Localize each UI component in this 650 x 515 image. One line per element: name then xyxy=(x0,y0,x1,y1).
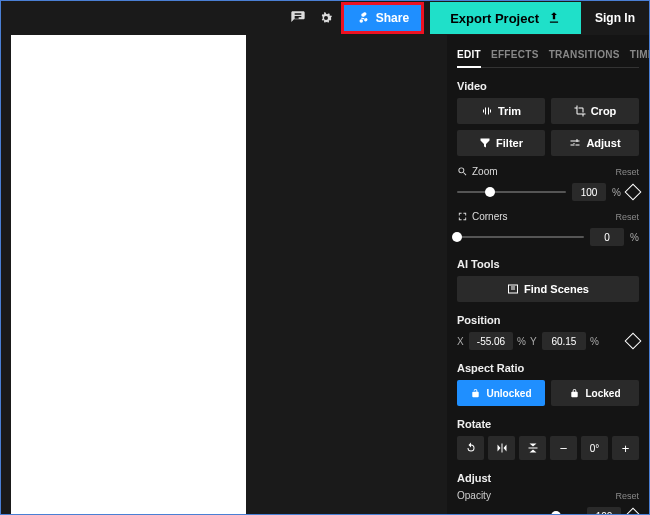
tab-timing[interactable]: TIMING xyxy=(630,45,649,67)
find-scenes-icon xyxy=(507,283,519,295)
share-label: Share xyxy=(376,11,409,25)
corners-slider[interactable] xyxy=(457,236,584,238)
aspect-heading: Aspect Ratio xyxy=(457,362,639,374)
trim-icon xyxy=(481,105,493,117)
share-button[interactable]: Share xyxy=(344,5,421,31)
crop-button[interactable]: Crop xyxy=(551,98,639,124)
comment-icon[interactable] xyxy=(289,9,307,27)
export-label: Export Project xyxy=(450,11,539,26)
export-button[interactable]: Export Project xyxy=(430,2,581,34)
crop-icon xyxy=(574,105,586,117)
zoom-value[interactable]: 100 xyxy=(572,183,606,201)
locked-icon xyxy=(569,388,580,399)
filter-icon xyxy=(479,137,491,149)
corners-label: Corners xyxy=(457,211,508,222)
corners-slider-thumb[interactable] xyxy=(452,232,462,242)
top-bar: Share Export Project Sign In xyxy=(1,1,649,35)
rotate-minus-button[interactable]: − xyxy=(550,436,577,460)
panel-tabs: EDIT EFFECTS TRANSITIONS TIMING xyxy=(457,45,639,68)
adjust-icon xyxy=(569,137,581,149)
find-scenes-button[interactable]: Find Scenes xyxy=(457,276,639,302)
opacity-keyframe[interactable] xyxy=(625,508,642,514)
corners-value[interactable]: 0 xyxy=(590,228,624,246)
pos-y-label: Y xyxy=(530,336,538,347)
flip-horizontal-button[interactable] xyxy=(488,436,515,460)
zoom-icon xyxy=(457,166,468,177)
filter-button[interactable]: Filter xyxy=(457,130,545,156)
flip-h-icon xyxy=(496,442,508,454)
share-icon xyxy=(356,11,370,25)
canvas[interactable] xyxy=(11,35,246,514)
tab-edit[interactable]: EDIT xyxy=(457,45,481,68)
tab-transitions[interactable]: TRANSITIONS xyxy=(549,45,620,67)
canvas-area xyxy=(1,35,447,514)
opacity-slider-thumb[interactable] xyxy=(551,511,561,514)
zoom-label: Zoom xyxy=(457,166,498,177)
corners-unit: % xyxy=(630,232,639,243)
trim-button[interactable]: Trim xyxy=(457,98,545,124)
zoom-keyframe[interactable] xyxy=(625,184,642,201)
corners-reset[interactable]: Reset xyxy=(615,212,639,222)
pos-x-label: X xyxy=(457,336,465,347)
position-keyframe[interactable] xyxy=(625,333,642,350)
opacity-label: Opacity xyxy=(457,490,491,501)
tab-effects[interactable]: EFFECTS xyxy=(491,45,539,67)
share-highlight: Share xyxy=(341,2,424,34)
ai-heading: AI Tools xyxy=(457,258,639,270)
zoom-slider[interactable] xyxy=(457,191,566,193)
settings-icon[interactable] xyxy=(317,9,335,27)
corners-icon xyxy=(457,211,468,222)
unlocked-icon xyxy=(470,388,481,399)
adjust-heading: Adjust xyxy=(457,472,639,484)
aspect-unlocked-button[interactable]: Unlocked xyxy=(457,380,545,406)
video-heading: Video xyxy=(457,80,639,92)
export-icon xyxy=(547,11,561,25)
rotate-ccw-icon xyxy=(465,442,477,454)
opacity-value[interactable]: 100 xyxy=(587,507,621,514)
zoom-reset[interactable]: Reset xyxy=(615,167,639,177)
sign-in-link[interactable]: Sign In xyxy=(581,11,649,25)
rotate-ccw-button[interactable] xyxy=(457,436,484,460)
pos-x-value[interactable]: -55.06 xyxy=(469,332,513,350)
rotate-plus-button[interactable]: + xyxy=(612,436,639,460)
rotate-heading: Rotate xyxy=(457,418,639,430)
zoom-unit: % xyxy=(612,187,621,198)
aspect-locked-button[interactable]: Locked xyxy=(551,380,639,406)
rotate-value[interactable]: 0° xyxy=(581,436,608,460)
side-panel: EDIT EFFECTS TRANSITIONS TIMING Video Tr… xyxy=(447,35,649,514)
flip-vertical-button[interactable] xyxy=(519,436,546,460)
adjust-button[interactable]: Adjust xyxy=(551,130,639,156)
position-heading: Position xyxy=(457,314,639,326)
pos-y-value[interactable]: 60.15 xyxy=(542,332,586,350)
zoom-slider-thumb[interactable] xyxy=(485,187,495,197)
flip-v-icon xyxy=(527,442,539,454)
opacity-reset[interactable]: Reset xyxy=(615,491,639,501)
